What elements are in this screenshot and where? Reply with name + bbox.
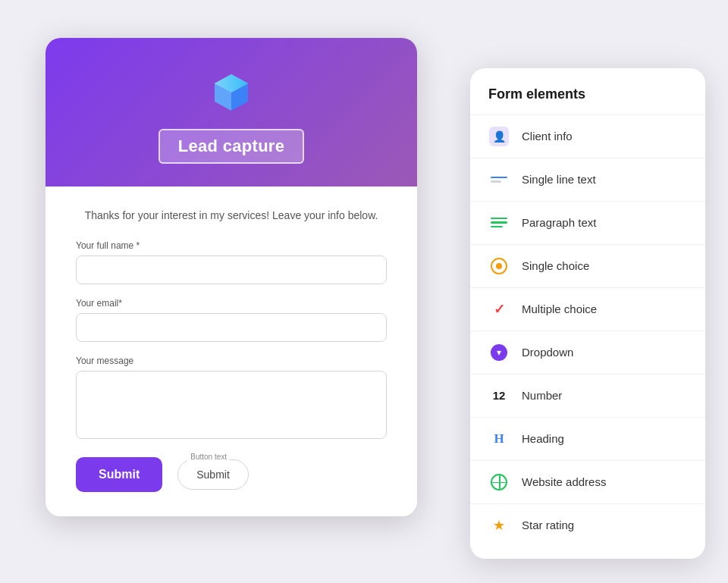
form-label-email: Your email* — [76, 298, 387, 309]
multiple-choice-icon-box: ✓ — [488, 299, 510, 320]
panel-item-heading[interactable]: H Heading — [470, 417, 705, 460]
number-icon-box: 12 — [488, 385, 510, 406]
submit-button[interactable]: Submit — [76, 457, 162, 492]
panel-item-dropdown[interactable]: ▾ Dropdown — [470, 331, 705, 374]
panel-item-label-single-line: Single line text — [522, 173, 596, 186]
dropdown-icon: ▾ — [491, 344, 507, 361]
form-title: Lead capture — [178, 136, 285, 155]
star-icon-box: ★ — [488, 515, 510, 536]
panel-item-single-choice[interactable]: Single choice — [470, 244, 705, 287]
button-text-group: Button text Submit — [177, 459, 249, 490]
panel-item-label-multiple-choice: Multiple choice — [522, 302, 597, 315]
form-input-email[interactable] — [76, 313, 387, 342]
paragraph-icon-box — [488, 212, 510, 234]
panel-item-single-line-text[interactable]: Single line text — [470, 158, 705, 201]
dropdown-icon-box: ▾ — [488, 342, 510, 363]
form-textarea-message[interactable] — [76, 371, 387, 439]
multiple-choice-icon: ✓ — [494, 301, 505, 318]
form-group-email: Your email* — [76, 298, 387, 342]
single-choice-icon-box — [488, 255, 510, 277]
form-group-message: Your message — [76, 356, 387, 442]
form-header: Lead capture — [46, 38, 417, 186]
cube-icon — [207, 68, 256, 117]
single-line-icon — [491, 177, 507, 183]
single-choice-icon — [491, 258, 507, 274]
panel-item-client-info[interactable]: 👤 Client info — [470, 114, 705, 158]
number-icon: 12 — [493, 389, 506, 402]
form-card: Lead capture Thanks for your interest in… — [46, 38, 417, 516]
star-icon: ★ — [493, 517, 505, 534]
panel-card: Form elements 👤 Client info Single line … — [470, 68, 705, 559]
form-group-name: Your full name * — [76, 240, 387, 284]
form-input-name[interactable] — [76, 255, 387, 284]
client-icon: 👤 — [489, 127, 509, 146]
panel-item-label-paragraph: Paragraph text — [522, 216, 596, 229]
website-icon — [491, 474, 507, 491]
panel-item-multiple-choice[interactable]: ✓ Multiple choice — [470, 287, 705, 331]
form-footer: Submit Button text Submit — [76, 457, 387, 492]
panel-item-label-star-rating: Star rating — [522, 519, 574, 531]
single-line-icon-box — [488, 169, 510, 190]
form-description: Thanks for your interest in my services!… — [76, 208, 387, 224]
heading-icon: H — [494, 431, 504, 447]
scene: Lead capture Thanks for your interest in… — [23, 23, 705, 561]
panel-item-star-rating[interactable]: ★ Star rating — [470, 503, 705, 547]
panel-item-label-client-info: Client info — [522, 130, 573, 143]
panel-title: Form elements — [470, 86, 705, 114]
panel-item-paragraph-text[interactable]: Paragraph text — [470, 201, 705, 244]
button-text-value: Submit — [196, 469, 230, 481]
form-body: Thanks for your interest in my services!… — [46, 186, 417, 516]
panel-item-label-dropdown: Dropdown — [522, 346, 573, 359]
panel-item-number[interactable]: 12 Number — [470, 374, 705, 417]
button-text-label: Button text — [187, 453, 230, 461]
form-label-name: Your full name * — [76, 240, 387, 251]
client-info-icon-box: 👤 — [488, 126, 510, 147]
panel-item-label-single-choice: Single choice — [522, 259, 589, 272]
form-title-badge: Lead capture — [158, 129, 305, 164]
heading-icon-box: H — [488, 428, 510, 450]
website-icon-box — [488, 472, 510, 493]
form-label-message: Your message — [76, 356, 387, 366]
panel-item-website-address[interactable]: Website address — [470, 460, 705, 503]
panel-item-label-number: Number — [522, 389, 562, 402]
paragraph-icon — [491, 218, 507, 228]
panel-item-label-website: Website address — [522, 475, 606, 488]
panel-item-label-heading: Heading — [522, 432, 564, 445]
